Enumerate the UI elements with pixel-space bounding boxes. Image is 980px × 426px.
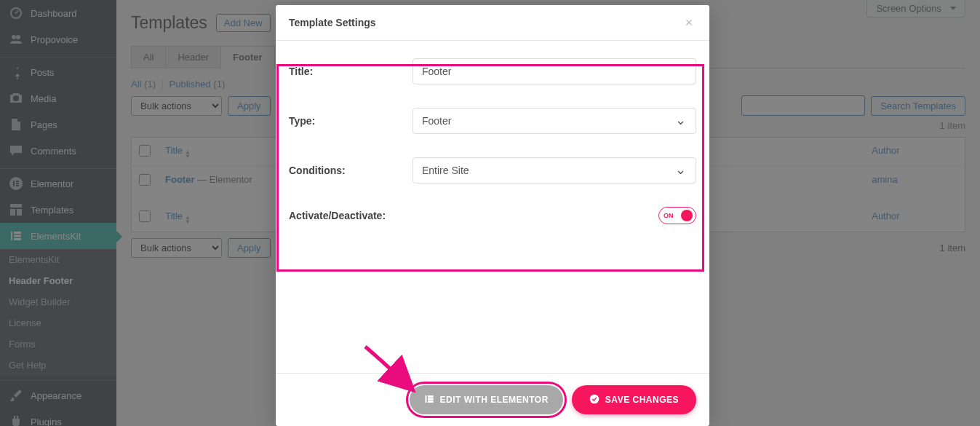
toggle-state-label: ON xyxy=(664,212,674,219)
save-changes-button[interactable]: SAVE CHANGES xyxy=(572,385,696,414)
template-settings-modal: Template Settings × Title: Type: Footer … xyxy=(276,5,709,426)
conditions-select[interactable]: Entire Site xyxy=(413,157,696,184)
modal-close-button[interactable]: × xyxy=(682,15,696,30)
close-icon: × xyxy=(685,15,693,31)
edit-button-label: EDIT WITH ELEMENTOR xyxy=(440,395,549,405)
save-button-label: SAVE CHANGES xyxy=(605,395,679,405)
edit-with-elementor-button[interactable]: EDIT WITH ELEMENTOR xyxy=(410,385,563,414)
label-title: Title: xyxy=(289,66,413,77)
type-select[interactable]: Footer xyxy=(413,108,696,134)
svg-point-18 xyxy=(590,394,599,403)
svg-rect-15 xyxy=(427,395,433,398)
label-type: Type: xyxy=(289,115,413,127)
label-activate: Activate/Deactivate: xyxy=(289,210,413,221)
svg-rect-17 xyxy=(427,401,433,403)
elementskit-icon xyxy=(424,394,434,406)
svg-rect-14 xyxy=(425,395,426,403)
label-conditions: Conditions: xyxy=(289,165,413,176)
check-icon xyxy=(589,394,599,406)
modal-title: Template Settings xyxy=(289,17,376,28)
svg-rect-16 xyxy=(427,398,433,400)
title-input[interactable] xyxy=(413,58,696,84)
activate-toggle[interactable]: ON xyxy=(658,207,696,224)
toggle-thumb xyxy=(681,210,693,221)
